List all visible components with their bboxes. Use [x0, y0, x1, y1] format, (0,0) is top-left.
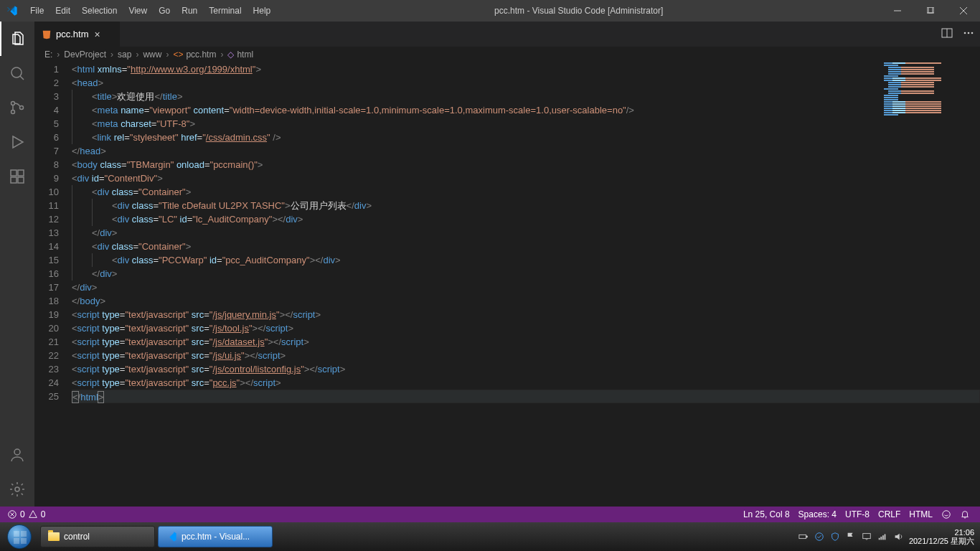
status-cursor[interactable]: Ln 25, Col 8 — [739, 509, 794, 519]
menu-go[interactable]: Go — [153, 0, 176, 22]
crumb-drive[interactable]: E: — [44, 50, 52, 60]
window-controls — [881, 0, 980, 22]
code-content[interactable]: <html xmlns="http://www.w3.org/1999/xhtm… — [72, 62, 980, 507]
extensions-icon[interactable] — [0, 159, 34, 194]
svg-rect-29 — [879, 538, 880, 540]
svg-rect-1 — [927, 7, 933, 13]
settings-gear-icon[interactable] — [0, 472, 34, 507]
explorer-icon[interactable] — [0, 22, 34, 56]
tray-clock[interactable]: 21:06 2021/12/25 星期六 — [909, 528, 974, 545]
svg-point-18 — [964, 32, 966, 34]
menu-view[interactable]: View — [123, 0, 153, 22]
svg-rect-30 — [880, 537, 882, 540]
svg-rect-11 — [11, 177, 17, 183]
more-actions-icon[interactable] — [963, 27, 974, 42]
taskbar-item-explorer[interactable]: control — [40, 526, 155, 547]
crumb-sap[interactable]: sap — [118, 50, 131, 60]
svg-point-14 — [14, 449, 20, 455]
tray-flag-icon[interactable] — [846, 532, 856, 542]
svg-point-9 — [20, 106, 24, 110]
taskbar-item-vscode[interactable]: pcc.htm - Visual... — [158, 526, 273, 547]
tray-action-center-icon[interactable] — [862, 532, 872, 542]
html-file-icon — [42, 29, 52, 39]
status-language[interactable]: HTML — [905, 509, 937, 519]
svg-point-19 — [968, 32, 970, 34]
breadcrumbs[interactable]: E:› DevProject› sap› www› <> pcc.htm› ◇ … — [34, 47, 980, 62]
svg-rect-2 — [928, 7, 934, 13]
run-debug-icon[interactable] — [0, 125, 34, 159]
search-icon[interactable] — [0, 56, 34, 90]
tray-security-icon[interactable] — [830, 532, 840, 542]
tray-volume-icon[interactable] — [893, 532, 903, 542]
close-button[interactable] — [947, 0, 980, 22]
svg-point-8 — [11, 110, 15, 114]
status-feedback-icon[interactable] — [937, 509, 956, 519]
menu-edit[interactable]: Edit — [50, 0, 76, 22]
source-control-icon[interactable] — [0, 90, 34, 125]
code-editor[interactable]: 1234567891011121314151617181920212223242… — [34, 62, 980, 507]
crumb-www[interactable]: www — [143, 50, 161, 60]
svg-point-24 — [943, 511, 951, 519]
svg-rect-31 — [882, 535, 884, 540]
svg-rect-10 — [11, 170, 17, 176]
menu-selection[interactable]: Selection — [76, 0, 123, 22]
tray-shield-icon[interactable] — [814, 532, 824, 542]
svg-rect-25 — [799, 534, 806, 538]
menu-run[interactable]: Run — [176, 0, 203, 22]
html-file-icon: <> — [173, 50, 183, 60]
minimize-button[interactable] — [881, 0, 914, 22]
svg-point-7 — [11, 102, 15, 105]
svg-point-20 — [971, 32, 974, 34]
editor-area: pcc.htm × E:› DevProject› sap› www› <> p… — [34, 22, 980, 507]
status-encoding[interactable]: UTF-8 — [841, 509, 874, 519]
status-indent[interactable]: Spaces: 4 — [794, 509, 841, 519]
tray-battery-icon[interactable] — [798, 532, 809, 542]
crumb-devproject[interactable]: DevProject — [64, 50, 106, 60]
split-editor-icon[interactable] — [941, 27, 953, 42]
window-title: pcc.htm - Visual Studio Code [Administra… — [276, 6, 881, 16]
vscode-icon — [166, 531, 177, 542]
svg-rect-28 — [863, 534, 871, 539]
menu-help[interactable]: Help — [248, 0, 277, 22]
svg-rect-32 — [885, 534, 886, 540]
svg-point-27 — [816, 533, 824, 541]
crumb-file[interactable]: pcc.htm — [186, 50, 216, 60]
status-bar: 0 0 Ln 25, Col 8 Spaces: 4 UTF-8 CRLF HT… — [0, 507, 980, 522]
tab-pcc-htm[interactable]: pcc.htm × — [34, 22, 121, 47]
svg-rect-12 — [18, 177, 24, 183]
element-icon: ◇ — [227, 50, 234, 60]
svg-point-5 — [11, 67, 22, 77]
line-numbers: 1234567891011121314151617181920212223242… — [34, 62, 72, 507]
activity-bar — [0, 22, 34, 507]
maximize-button[interactable] — [914, 0, 947, 22]
tray-network-icon[interactable] — [877, 532, 887, 542]
system-tray[interactable]: 21:06 2021/12/25 星期六 — [798, 528, 980, 545]
tab-close-icon[interactable]: × — [95, 29, 100, 40]
svg-rect-13 — [18, 170, 24, 176]
accounts-icon[interactable] — [0, 438, 34, 472]
menu-terminal[interactable]: Terminal — [203, 0, 247, 22]
svg-point-15 — [15, 487, 19, 491]
vscode-logo-icon — [0, 5, 24, 17]
status-bell-icon[interactable] — [956, 509, 974, 519]
tab-label: pcc.htm — [56, 29, 89, 39]
status-eol[interactable]: CRLF — [874, 509, 905, 519]
status-problems[interactable]: 0 0 — [3, 509, 50, 519]
folder-icon — [48, 532, 60, 541]
windows-taskbar: control pcc.htm - Visual... 21:06 2021/1… — [0, 522, 980, 551]
svg-line-6 — [20, 76, 24, 80]
svg-rect-26 — [806, 536, 807, 537]
menu-file[interactable]: File — [24, 0, 50, 22]
crumb-element[interactable]: html — [237, 50, 253, 60]
menu-bar: File Edit Selection View Go Run Terminal… — [24, 0, 276, 22]
editor-tabs: pcc.htm × — [34, 22, 980, 47]
start-button[interactable] — [0, 522, 39, 551]
title-bar: File Edit Selection View Go Run Terminal… — [0, 0, 980, 22]
